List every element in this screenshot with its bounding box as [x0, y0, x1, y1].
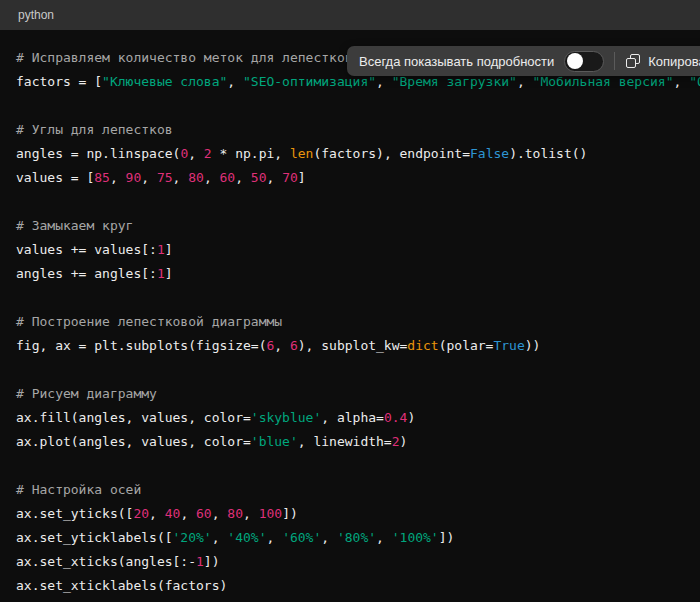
- code-line: # Углы для лепестков: [16, 118, 700, 142]
- copy-icon: [625, 53, 641, 69]
- code-line: angles = np.linspace(0, 2 * np.pi, len(f…: [16, 142, 700, 166]
- code-line: values = [85, 90, 75, 80, 60, 50, 70]: [16, 166, 700, 190]
- code-lines: # Исправляем количество меток для лепест…: [16, 46, 700, 598]
- code-line: ax.set_xticklabels(factors): [16, 574, 700, 598]
- code-line: [16, 286, 700, 310]
- code-line: ax.fill(angles, values, color='skyblue',…: [16, 406, 700, 430]
- code-line: # Замыкаем круг: [16, 214, 700, 238]
- code-line: ax.set_yticklabels(['20%', '40%', '60%',…: [16, 526, 700, 550]
- code-line: # Построение лепестковой диаграммы: [16, 310, 700, 334]
- code-toolbar: Всегда показывать подробности Копировать…: [347, 46, 700, 76]
- code-line: ax.plot(angles, values, color='blue', li…: [16, 430, 700, 454]
- toggle-knob: [567, 53, 583, 69]
- code-line: angles += angles[:1]: [16, 262, 700, 286]
- code-line: [16, 190, 700, 214]
- code-line: # Настройка осей: [16, 478, 700, 502]
- code-header: python: [0, 0, 700, 30]
- code-line: [16, 358, 700, 382]
- always-show-details-toggle[interactable]: [564, 51, 604, 72]
- code-line: # Рисуем диаграмму: [16, 382, 700, 406]
- always-show-details-label: Всегда показывать подробности: [359, 54, 554, 69]
- code-line: values += values[:1]: [16, 238, 700, 262]
- code-line: fig, ax = plt.subplots(figsize=(6, 6), s…: [16, 334, 700, 358]
- code-line: [16, 454, 700, 478]
- code-body[interactable]: # Исправляем количество меток для лепест…: [0, 30, 700, 602]
- code-line: ax.set_yticks([20, 40, 60, 80, 100]): [16, 502, 700, 526]
- code-line: ax.set_xticks(angles[:-1]): [16, 550, 700, 574]
- copy-code-button[interactable]: Копировать код: [625, 53, 700, 69]
- code-language-label: python: [18, 8, 54, 22]
- code-block: python # Исправляем количество меток для…: [0, 0, 700, 602]
- copy-code-label: Копировать код: [648, 54, 700, 69]
- code-line: [16, 94, 700, 118]
- toolbar-divider: [614, 52, 615, 70]
